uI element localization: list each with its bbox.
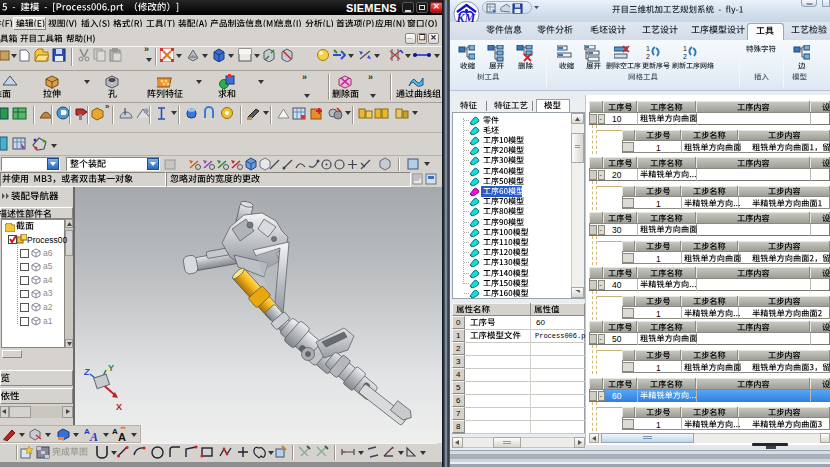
svg-text:2: 2: [646, 53, 650, 60]
svg-text:A: A: [118, 431, 126, 442]
svg-text:X: X: [116, 402, 122, 412]
svg-text:Y: Y: [108, 363, 114, 373]
svg-text:A: A: [89, 430, 98, 442]
svg-text:1: 1: [683, 45, 687, 52]
svg-text:1: 1: [646, 45, 650, 52]
svg-text:Z: Z: [84, 367, 90, 377]
svg-text:2: 2: [683, 53, 687, 60]
